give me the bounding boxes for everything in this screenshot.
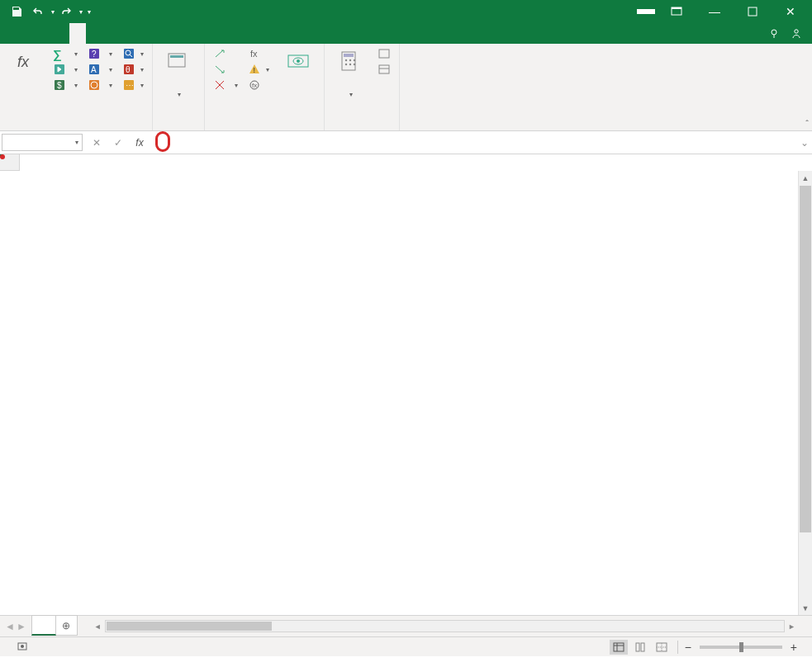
svg-text:θ: θ xyxy=(126,65,131,74)
login-button[interactable] xyxy=(637,9,655,14)
calculation-label xyxy=(330,128,394,130)
ribbon-options-icon[interactable] xyxy=(660,1,693,22)
minimize-icon[interactable]: — xyxy=(698,1,731,22)
redo-more-icon[interactable]: ▾ xyxy=(79,8,83,16)
page-break-view-icon[interactable] xyxy=(653,640,671,655)
vertical-scroll-thumb[interactable] xyxy=(800,186,811,532)
formula-auditing-label xyxy=(210,128,319,130)
logical-button[interactable]: ?▾ xyxy=(84,46,116,61)
zoom-slider[interactable] xyxy=(700,646,782,649)
watch-window-button[interactable] xyxy=(278,46,319,128)
svg-rect-39 xyxy=(379,65,389,73)
sheet-prev-icon[interactable]: ◄ xyxy=(5,621,15,632)
qat-customize-icon[interactable]: ▾ xyxy=(88,8,91,16)
show-formulas-button[interactable]: fx xyxy=(245,46,273,61)
svg-text:fx: fx xyxy=(17,54,30,70)
zoom-in-button[interactable]: + xyxy=(791,641,797,654)
svg-rect-43 xyxy=(636,643,639,651)
horizontal-scroll-thumb[interactable] xyxy=(107,622,272,631)
close-icon[interactable]: ✕ xyxy=(774,1,807,22)
financial-button[interactable]: $▾ xyxy=(50,78,81,92)
tell-me[interactable] xyxy=(769,28,784,40)
macro-record-icon[interactable] xyxy=(17,641,28,654)
vertical-scrollbar[interactable]: ▲ ▼ xyxy=(798,171,812,615)
scroll-right-icon[interactable]: ► xyxy=(788,622,795,631)
svg-text:$: $ xyxy=(57,81,62,90)
expand-formula-bar-icon[interactable]: ⌄ xyxy=(797,137,812,149)
trace-precedents-button[interactable] xyxy=(210,46,241,61)
remove-arrows-button[interactable]: ▾ xyxy=(210,78,241,92)
tab-data[interactable] xyxy=(86,23,102,44)
svg-point-3 xyxy=(772,30,776,35)
zoom-out-button[interactable]: − xyxy=(685,641,691,654)
svg-text:⋯: ⋯ xyxy=(126,81,134,90)
calc-sheet-button[interactable] xyxy=(374,62,394,77)
calc-now-button[interactable] xyxy=(374,46,394,61)
trace-dependents-button[interactable] xyxy=(210,62,241,77)
math-button[interactable]: θ▾ xyxy=(119,62,147,77)
save-icon[interactable] xyxy=(7,2,26,21)
tab-insert[interactable] xyxy=(36,23,53,44)
svg-text:?: ? xyxy=(92,50,97,59)
svg-rect-38 xyxy=(379,50,389,58)
insert-function-button[interactable]: fx xyxy=(5,46,46,128)
tab-view[interactable] xyxy=(119,23,135,44)
formula-highlight xyxy=(155,131,170,152)
horizontal-scrollbar[interactable]: ◄ ► xyxy=(78,616,812,636)
svg-text:fx: fx xyxy=(252,82,257,89)
text-button[interactable]: A▾ xyxy=(84,62,116,77)
tab-pagelayout[interactable] xyxy=(53,23,69,44)
page-layout-view-icon[interactable] xyxy=(631,640,649,655)
tab-help[interactable] xyxy=(152,23,169,44)
tab-home[interactable] xyxy=(20,23,36,44)
ribbon-tabs xyxy=(0,23,812,44)
lookup-button[interactable]: ▾ xyxy=(119,46,147,61)
function-library-label xyxy=(5,128,147,130)
share-button[interactable] xyxy=(791,28,805,40)
spreadsheet-grid: ▲ ▼ xyxy=(0,154,812,615)
undo-more-icon[interactable]: ▾ xyxy=(51,8,55,16)
tab-developer[interactable] xyxy=(135,23,152,44)
svg-rect-2 xyxy=(748,7,757,16)
autosum-button[interactable]: ∑▾ xyxy=(50,46,81,61)
error-checking-button[interactable]: !▾ xyxy=(245,62,273,77)
recent-button[interactable]: ▾ xyxy=(50,62,81,77)
ribbon-group-defined-names: ▾ xyxy=(153,44,205,130)
defined-names-button[interactable]: ▾ xyxy=(158,46,199,118)
svg-rect-42 xyxy=(614,643,624,651)
sheet-tab[interactable] xyxy=(31,615,56,636)
scroll-down-icon[interactable]: ▼ xyxy=(799,601,812,615)
formula-bar: ▾ ✕ ✓ fx ⌄ xyxy=(0,131,812,154)
normal-view-icon[interactable] xyxy=(610,640,628,655)
formula-input[interactable] xyxy=(154,134,797,151)
undo-icon[interactable] xyxy=(28,2,48,21)
datetime-button[interactable]: ▾ xyxy=(84,78,116,92)
fx-icon[interactable]: fx xyxy=(131,135,149,151)
add-sheet-button[interactable]: ⊕ xyxy=(56,615,78,636)
sheet-next-icon[interactable]: ► xyxy=(17,621,26,632)
name-box[interactable]: ▾ xyxy=(2,134,83,151)
select-all-corner[interactable] xyxy=(0,154,20,171)
window-controls: — ✕ xyxy=(637,1,812,22)
tab-formulas[interactable] xyxy=(69,23,86,44)
calculation-options-button[interactable]: ▾ xyxy=(330,46,371,128)
redo-icon[interactable] xyxy=(56,2,76,21)
svg-text:fx: fx xyxy=(250,49,258,59)
ribbon-group-function-library: fx ∑▾ ▾ $▾ ?▾ A▾ ▾ ▾ θ▾ ⋯▾ xyxy=(0,44,153,130)
scroll-up-icon[interactable]: ▲ xyxy=(799,171,812,185)
cancel-icon[interactable]: ✕ xyxy=(88,135,106,151)
evaluate-formula-button[interactable]: fx xyxy=(245,78,273,92)
svg-rect-31 xyxy=(344,54,354,57)
maximize-icon[interactable] xyxy=(736,1,769,22)
enter-icon[interactable]: ✓ xyxy=(109,135,127,151)
tab-review[interactable] xyxy=(102,23,119,44)
svg-rect-44 xyxy=(641,643,644,651)
ribbon-group-calculation: ▾ xyxy=(325,44,400,130)
sheet-nav: ◄ ► xyxy=(0,616,31,636)
tab-file[interactable] xyxy=(3,23,20,44)
status-bar: − + xyxy=(0,636,812,656)
scroll-left-icon[interactable]: ◄ xyxy=(94,622,102,631)
collapse-ribbon-icon[interactable]: ˆ xyxy=(805,119,809,129)
svg-text:A: A xyxy=(91,65,97,74)
more-functions-button[interactable]: ⋯▾ xyxy=(119,78,147,92)
